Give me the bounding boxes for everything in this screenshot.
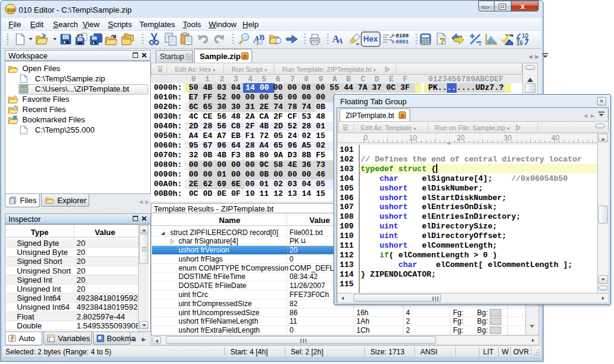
svg-text:?: ? bbox=[440, 36, 445, 46]
svg-text:A: A bbox=[337, 36, 343, 45]
svg-text:10: 10 bbox=[522, 33, 529, 39]
svg-text:010: 010 bbox=[7, 7, 15, 13]
svg-text:16: 16 bbox=[516, 40, 524, 46]
